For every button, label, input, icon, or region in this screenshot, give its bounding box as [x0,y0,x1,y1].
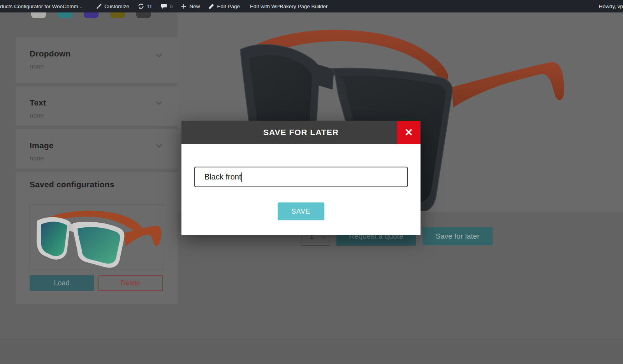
site-title[interactable]: ducts Configurator for WooComm... [0,0,87,12]
section-text-value: none [16,107,178,119]
saved-configurations-title: Saved configurations [16,172,178,189]
save-button[interactable]: SAVE [278,202,324,220]
wpbakery-label: Edit with WPBakery Page Builder [250,4,328,9]
customize-label: Customize [104,4,129,9]
updates-menu-item[interactable]: 11 [134,0,157,12]
delete-button[interactable]: Delete [99,275,163,291]
modal-title: SAVE FOR LATER [263,128,339,137]
new-menu-item[interactable]: New [177,0,204,12]
paintbrush-icon [96,4,102,9]
site-title-label: ducts Configurator for WooComm... [0,4,83,9]
section-text: Text none [16,86,178,126]
footer-area [0,340,623,364]
comment-bubble-icon [161,4,167,9]
wpbakery-menu-item[interactable]: Edit with WPBakery Page Builder [246,0,332,12]
save-for-later-modal: SAVE FOR LATER ✕ Black front SAVE [181,121,421,235]
pencil-icon [208,4,214,9]
saved-configurations-section: Saved configurations Load Delete [16,172,178,304]
updates-count: 11 [147,4,152,9]
text-caret [241,172,242,182]
close-icon[interactable]: ✕ [397,121,421,144]
plus-icon [181,4,187,9]
edit-page-menu-item[interactable]: Edit Page [204,0,244,12]
footer-divider [0,339,623,340]
section-dropdown-value: none [16,58,178,70]
wp-admin-bar: ducts Configurator for WooComm... Custom… [0,0,623,12]
saved-configuration-thumbnail[interactable] [30,204,163,269]
comments-menu-item[interactable]: 0 [157,0,177,12]
section-image-value: none [16,150,178,162]
update-arrows-icon [138,3,144,9]
load-button[interactable]: Load [30,275,94,291]
section-image-title: Image [16,129,178,150]
section-text-title: Text [16,86,178,107]
howdy-label: Howdy, vp [599,4,623,9]
comments-count: 0 [170,4,173,9]
section-dropdown-title: Dropdown [16,37,178,58]
configuration-name-input[interactable]: Black front [194,167,408,187]
customize-menu-item[interactable]: Customize [92,0,134,12]
new-label: New [189,4,200,9]
modal-header: SAVE FOR LATER ✕ [181,121,421,144]
section-image: Image none [16,129,178,169]
modal-body: Black front SAVE [181,144,421,235]
section-dropdown: Dropdown none [16,37,178,83]
divider [26,198,171,198]
howdy-account-item[interactable]: Howdy, vp [595,0,623,12]
save-for-later-button[interactable]: Save for later [422,227,493,245]
admin-bar-left-group: ducts Configurator for WooComm... Custom… [0,0,332,12]
edit-page-label: Edit Page [217,4,240,9]
thumbnail-sunglasses-image [30,204,163,269]
configuration-name-value: Black front [204,172,241,181]
